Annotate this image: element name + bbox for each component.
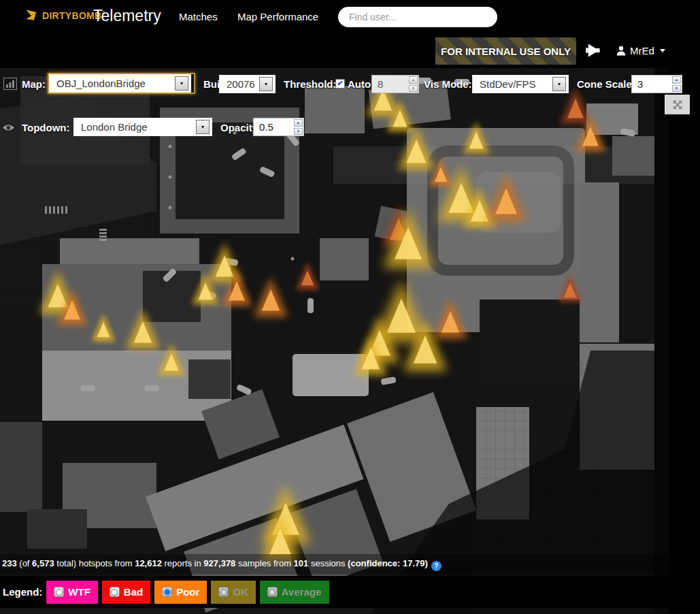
auto-checkbox[interactable] [335, 79, 345, 88]
eye-icon[interactable] [2, 123, 15, 132]
legend-label: Legend: [3, 586, 42, 598]
legend-bar: Legend: WTF Bad Poor OK Average [0, 576, 700, 608]
topdown-select[interactable]: London Bridge [73, 118, 212, 136]
threshold-spin-down[interactable] [409, 85, 418, 93]
legend-bad-label: Bad [124, 586, 143, 598]
build-select-value: 20076 [220, 78, 257, 90]
vis-mode-select-value: StdDev/FPS [473, 78, 550, 90]
legend-average-button[interactable]: Average [260, 581, 329, 604]
hotspots-shown-count: 233 [2, 558, 17, 568]
bar-chart-icon[interactable] [3, 78, 17, 90]
legend-wtf-label: WTF [68, 586, 90, 598]
reports-count: 12,612 [135, 558, 162, 568]
topdown-select-arrow-icon[interactable] [196, 120, 210, 134]
dirtybomb-logo-icon [24, 9, 39, 22]
page-title: Telemetry [93, 7, 161, 25]
status-line: 233 (of 6,573 total) hotspots from 12,61… [2, 558, 441, 571]
cone-scale-spin-up[interactable] [672, 76, 681, 84]
threshold-value: 8 [372, 76, 408, 93]
nav-map-performance[interactable]: Map Performance [237, 11, 318, 22]
cone-scale-label: Cone Scale: [577, 78, 635, 90]
legend-ok-radio[interactable] [218, 587, 229, 597]
person-icon [616, 46, 626, 56]
samples-count: 927,378 [203, 558, 235, 568]
map-canvas[interactable] [0, 68, 669, 614]
vis-mode-select-arrow-icon[interactable] [552, 77, 566, 91]
legend-wtf-radio[interactable] [54, 587, 64, 597]
sessions-count: 101 [294, 558, 309, 568]
user-menu[interactable]: MrEd [616, 45, 665, 56]
navbar: DIRTYBOMB® Telemetry Matches Map Perform… [0, 0, 700, 68]
legend-average-label: Average [282, 586, 322, 598]
cone-scale-input[interactable]: 3 [631, 75, 682, 93]
opacity-spin-up[interactable] [294, 119, 303, 127]
chevron-down-icon [660, 49, 665, 52]
map-label: Map: [22, 78, 46, 90]
search-input[interactable] [338, 7, 497, 27]
build-select[interactable]: 20076 [219, 75, 276, 93]
build-select-arrow-icon[interactable] [259, 77, 273, 91]
hotspots-total-count: 6,573 [32, 558, 54, 568]
opacity-spin-down[interactable] [294, 128, 303, 135]
internal-use-banner: FOR INTERNAL USE ONLY [435, 37, 576, 65]
map-select-arrow-icon[interactable] [175, 76, 188, 91]
expand-button[interactable] [665, 95, 690, 114]
legend-ok-label: OK [233, 586, 248, 598]
username: MrEd [630, 45, 654, 56]
threshold-input[interactable]: 8 [371, 75, 419, 93]
opacity-value: 0.5 [254, 118, 293, 135]
vis-mode-label: Vis Mode: [424, 78, 472, 90]
cone-scale-value: 3 [632, 76, 671, 93]
confidence-value: (confidence: 17.79) [348, 558, 428, 568]
legend-wtf-button[interactable]: WTF [46, 581, 97, 604]
legend-poor-radio[interactable] [162, 587, 172, 597]
expand-arrows-icon [672, 99, 683, 110]
legend-ok-button[interactable]: OK [211, 581, 256, 604]
legend-bad-button[interactable]: Bad [102, 581, 150, 604]
cone-scale-spin-down[interactable] [672, 85, 681, 93]
legend-average-radio[interactable] [267, 587, 278, 597]
map-select-value: OBJ_LondonBridge [50, 78, 173, 89]
topdown-label: Topdown: [22, 122, 70, 133]
vis-mode-select[interactable]: StdDev/FPS [472, 75, 569, 93]
legend-poor-label: Poor [176, 586, 199, 598]
legend-poor-button[interactable]: Poor [154, 581, 207, 604]
threshold-label: Threshold: [284, 78, 337, 90]
topdown-select-value: London Bridge [74, 121, 194, 133]
map-select[interactable]: OBJ_LondonBridge [49, 74, 191, 93]
auto-label: Auto [348, 78, 371, 90]
threshold-spin-up[interactable] [409, 76, 418, 84]
nav-matches[interactable]: Matches [179, 11, 218, 22]
help-icon[interactable] [431, 561, 441, 571]
opacity-input[interactable]: 0.5 [253, 118, 304, 136]
legend-bad-radio[interactable] [110, 587, 120, 597]
megaphone-icon[interactable] [585, 43, 601, 58]
